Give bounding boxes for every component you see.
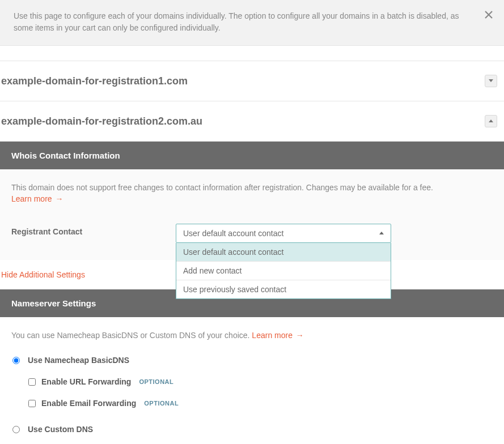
- domain-name: example-domain-for-registration2.com.au: [1, 116, 202, 127]
- arrow-right-icon: →: [55, 194, 63, 203]
- optional-tag: OPTIONAL: [139, 378, 173, 385]
- basic-dns-label: Use Namecheap BasicDNS: [28, 356, 129, 365]
- close-icon[interactable]: [485, 10, 493, 22]
- nameserver-section-body: You can use Namecheap BasicDNS or Custom…: [0, 317, 504, 444]
- whois-section-body: This domain does not support free change…: [0, 169, 504, 260]
- domain-row: example-domain-for-registration1.com: [0, 61, 504, 101]
- url-forwarding-checkbox[interactable]: [28, 378, 36, 386]
- custom-dns-label: Use Custom DNS: [28, 425, 93, 434]
- learn-more-link[interactable]: Learn more →: [11, 194, 63, 203]
- nameserver-note: You can use Namecheap BasicDNS or Custom…: [11, 331, 493, 340]
- nameserver-note-text: You can use Namecheap BasicDNS or Custom…: [11, 331, 252, 340]
- info-banner-text: Use this page to configure each of your …: [14, 11, 459, 32]
- chevron-up-icon: [489, 119, 493, 123]
- optional-tag: OPTIONAL: [144, 400, 179, 407]
- learn-more-text: Learn more: [252, 331, 293, 340]
- whois-section-header: Whois Contact Information: [0, 142, 504, 169]
- custom-dns-option[interactable]: Use Custom DNS: [11, 425, 493, 434]
- info-banner: Use this page to configure each of your …: [0, 0, 504, 46]
- registrant-contact-row: Registrant Contact User default account …: [11, 224, 493, 243]
- whois-note: This domain does not support free change…: [11, 183, 493, 192]
- dropdown-selected-text: User default account contact: [183, 229, 283, 238]
- expand-button[interactable]: [485, 75, 497, 87]
- dropdown-item-saved[interactable]: Use previously saved contact: [176, 280, 391, 298]
- dropdown-item-add-new[interactable]: Add new contact: [176, 261, 391, 280]
- email-forwarding-checkbox[interactable]: [28, 400, 36, 407]
- url-forwarding-option[interactable]: Enable URL Forwarding OPTIONAL: [11, 377, 493, 386]
- basic-dns-radio[interactable]: [12, 357, 20, 364]
- chevron-up-icon: [379, 232, 384, 235]
- custom-dns-radio[interactable]: [12, 426, 20, 433]
- arrow-right-icon: →: [296, 331, 304, 340]
- dropdown-selected[interactable]: User default account contact: [176, 224, 391, 243]
- dropdown-menu: User default account contact Add new con…: [176, 243, 391, 299]
- basic-dns-option[interactable]: Use Namecheap BasicDNS: [11, 356, 493, 365]
- dropdown-item-default[interactable]: User default account contact: [176, 243, 391, 261]
- learn-more-text: Learn more: [11, 194, 52, 203]
- url-forwarding-label: Enable URL Forwarding: [41, 377, 131, 386]
- domain-row: example-domain-for-registration2.com.au: [0, 101, 504, 142]
- domain-name: example-domain-for-registration1.com: [1, 75, 188, 87]
- learn-more-link[interactable]: Learn more →: [252, 331, 303, 340]
- email-forwarding-label: Enable Email Forwarding: [41, 399, 136, 408]
- registrant-contact-label: Registrant Contact: [11, 224, 176, 236]
- registrant-contact-dropdown[interactable]: User default account contact User defaul…: [176, 224, 391, 243]
- email-forwarding-option[interactable]: Enable Email Forwarding OPTIONAL: [11, 399, 493, 408]
- collapse-button[interactable]: [485, 115, 497, 127]
- chevron-down-icon: [489, 79, 493, 83]
